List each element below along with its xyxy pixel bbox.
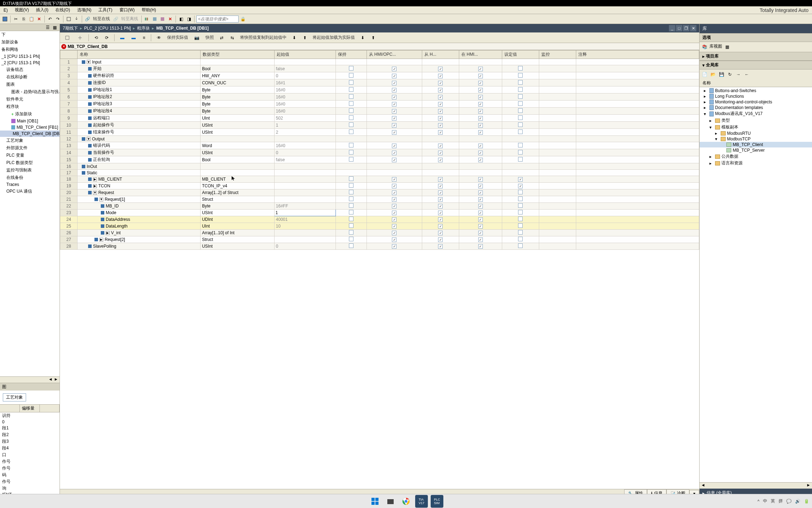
type-cell[interactable]: UInt (201, 115, 275, 122)
checkbox-cell[interactable] (367, 156, 422, 163)
checkbox-cell[interactable] (422, 203, 459, 210)
checkbox[interactable] (438, 95, 443, 99)
keep-actual-label[interactable]: 保持实际值 (166, 35, 190, 41)
start-value-cell[interactable]: 16#1 (274, 79, 336, 86)
checkbox-cell[interactable] (459, 176, 502, 183)
checkbox[interactable] (349, 94, 353, 99)
detail-row[interactable]: 0 (0, 419, 60, 425)
detail-tab[interactable]: 工艺对象 (3, 393, 26, 401)
checkbox[interactable] (478, 109, 483, 114)
table-row[interactable]: 19▶TCONTCON_IP_v4 (60, 183, 699, 189)
comment-cell[interactable] (576, 243, 699, 250)
start-value-cell[interactable]: 0 (274, 149, 336, 156)
checkbox[interactable] (518, 243, 523, 248)
checkbox[interactable] (478, 190, 483, 195)
checkbox-cell[interactable] (336, 236, 367, 243)
table-row[interactable]: 23ModeUSInt (60, 210, 699, 216)
checkbox-cell[interactable] (502, 176, 539, 183)
start-value-cell[interactable] (274, 189, 336, 196)
type-cell[interactable]: Bool (201, 65, 275, 72)
checkbox-cell[interactable] (422, 115, 459, 122)
checkbox-cell[interactable] (336, 156, 367, 163)
name-cell[interactable]: IP地址段1 (77, 86, 200, 93)
checkbox[interactable] (392, 204, 396, 208)
checkbox-cell[interactable] (336, 210, 367, 216)
type-cell[interactable]: Struct (201, 196, 275, 203)
lib-tree-item[interactable]: ▸ Monitoring-and-control-objects (700, 99, 812, 105)
checkbox-cell[interactable] (459, 216, 502, 223)
checkbox[interactable] (349, 143, 353, 147)
comment-cell[interactable] (576, 108, 699, 115)
tray-icon[interactable]: 🔊 (795, 499, 800, 504)
checkbox[interactable] (349, 108, 353, 113)
lib-tree-item[interactable]: ▸ Long Functions (700, 93, 812, 99)
table-row[interactable]: 24DataAddressUDInt40001 (60, 216, 699, 223)
checkbox-cell[interactable] (502, 79, 539, 86)
checkbox[interactable] (518, 73, 523, 78)
checkbox[interactable] (392, 95, 396, 99)
expand-icon[interactable]: ▸ (709, 118, 714, 123)
compile-icon[interactable] (65, 16, 72, 23)
tray-ime[interactable]: 中 (763, 498, 767, 504)
column-header[interactable]: 从 H... (422, 50, 459, 59)
name-cell[interactable]: IP地址段3 (77, 101, 200, 108)
checkbox-cell[interactable] (459, 65, 502, 72)
detail-row[interactable]: 作号 (0, 465, 60, 472)
name-cell[interactable]: DataLength (77, 223, 200, 230)
type-cell[interactable]: USInt (201, 129, 275, 136)
start-value-cell[interactable]: 2 (274, 129, 336, 136)
checkbox-cell[interactable] (367, 170, 422, 176)
checkbox-cell[interactable] (422, 223, 459, 230)
checkbox-cell[interactable] (459, 156, 502, 163)
checkbox-cell[interactable] (459, 115, 502, 122)
table-row[interactable]: 16InOut (60, 163, 699, 170)
lib-tree-item[interactable]: ▸ Documentation templates (700, 105, 812, 110)
checkbox-cell[interactable] (422, 108, 459, 115)
checkbox[interactable] (392, 109, 396, 114)
comment-cell[interactable] (576, 163, 699, 170)
open-lib-icon[interactable]: 📂 (709, 71, 716, 78)
checkbox[interactable] (438, 74, 443, 78)
toolbar-icon[interactable] (143, 16, 150, 23)
checkbox[interactable] (392, 224, 396, 229)
start-value-cell[interactable] (274, 170, 336, 176)
paste-icon[interactable]: 📋 (28, 16, 35, 23)
checkbox[interactable] (518, 87, 523, 92)
expand-icon[interactable]: ▾ (704, 111, 708, 116)
expand-icon[interactable]: ▼ (99, 198, 103, 201)
checkbox-cell[interactable] (422, 93, 459, 101)
checkbox-cell[interactable] (422, 72, 459, 79)
checkbox[interactable] (349, 87, 353, 92)
checkbox-cell[interactable] (367, 230, 422, 236)
checkbox[interactable] (392, 177, 396, 182)
comment-cell[interactable] (576, 149, 699, 156)
save-project-icon[interactable] (1, 16, 8, 23)
checkbox[interactable] (518, 101, 523, 106)
comment-cell[interactable] (576, 86, 699, 93)
checkbox-cell[interactable] (367, 79, 422, 86)
tree-item[interactable]: 图表 - 趋势/动态显示与强... (0, 88, 60, 96)
menu-item[interactable]: 在线(O) (52, 6, 73, 14)
checkbox[interactable] (392, 237, 396, 242)
checkbox[interactable] (438, 204, 443, 208)
name-cell[interactable]: MB_ID (77, 203, 200, 210)
expand-icon[interactable]: ▶ (99, 238, 103, 242)
tree-item[interactable]: MB_TCP_Client [FB1] (0, 124, 60, 131)
checkbox[interactable] (438, 224, 443, 229)
toolbar-icon[interactable]: ⬆ (369, 34, 377, 42)
checkbox-cell[interactable] (336, 108, 367, 115)
checkbox[interactable] (478, 231, 483, 235)
menu-item[interactable]: 选项(N) (74, 6, 95, 14)
checkbox-cell[interactable] (336, 129, 367, 136)
comment-cell[interactable] (576, 203, 699, 210)
checkbox[interactable] (349, 217, 353, 221)
project-search-input[interactable] (196, 16, 239, 23)
checkbox[interactable] (518, 108, 523, 113)
download-icon[interactable] (73, 16, 80, 23)
comment-cell[interactable] (576, 236, 699, 243)
name-cell[interactable]: ▼Request[1] (77, 196, 200, 203)
checkbox-cell[interactable] (336, 189, 367, 196)
type-cell[interactable]: Bool (201, 156, 275, 163)
checkbox-cell[interactable] (367, 203, 422, 210)
checkbox-cell[interactable] (336, 223, 367, 230)
